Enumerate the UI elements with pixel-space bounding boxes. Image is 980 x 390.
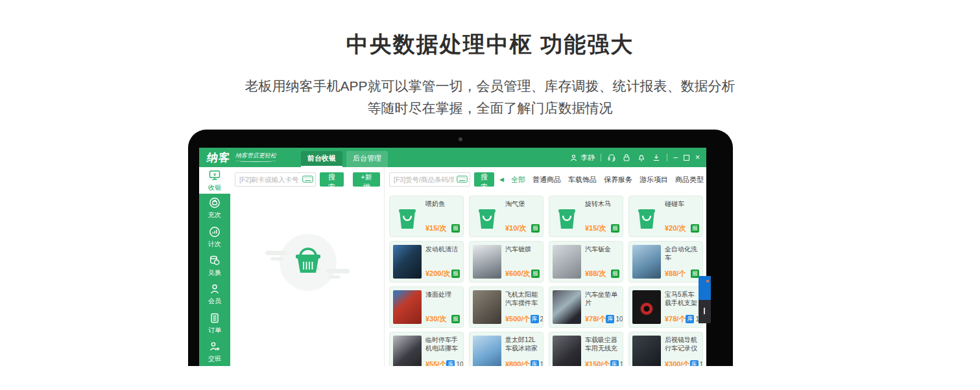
product-info: 临时停车手机电话挪车号码 ¥55/个 库 100 xyxy=(422,336,460,366)
product-badge: 服 xyxy=(531,224,540,233)
product-card[interactable]: 旋转木马 ¥15/次 服 xyxy=(549,196,623,237)
product-thumbnail xyxy=(473,200,501,233)
close-button[interactable]: × xyxy=(695,154,700,161)
product-card[interactable]: 车载吸尘器车用无线充电汽 ¥150/个 库 100 xyxy=(549,332,623,366)
widget-collapse-button[interactable] xyxy=(699,300,711,323)
product-price: ¥200/次 xyxy=(425,269,451,279)
product-card[interactable]: 汽车钣金 ¥88/次 服 xyxy=(549,241,623,282)
sidebar-nav: ¥ 收银 充次 计次 兑换 xyxy=(199,167,230,366)
product-badge: 库 xyxy=(531,315,539,323)
product-info: 意太郎12L车载冰箱家用 ¥800/个 库 100 xyxy=(501,336,540,366)
product-card[interactable]: 宝马5系车载手机支架 ¥78/个 库 100 xyxy=(628,286,703,328)
cloud-shape xyxy=(270,257,283,260)
product-card[interactable]: 飞机太阳能汽车摆件车载 ¥500/个 库 200 xyxy=(469,286,544,328)
category-product-type[interactable]: 商品类型 xyxy=(675,175,704,185)
cash-register-icon: ¥ xyxy=(208,169,221,182)
product-card[interactable]: 喂奶鱼 ¥15/次 服 xyxy=(389,196,464,237)
product-name: 喂奶鱼 xyxy=(425,200,460,208)
page-subtitle-line1: 老板用纳客手机APP就可以掌管一切，会员管理、库存调拨、统计报表、数据分析 xyxy=(0,75,980,97)
keyboard-icon[interactable] xyxy=(302,176,313,183)
shopping-bag-icon xyxy=(396,203,419,230)
maximize-button[interactable] xyxy=(684,155,689,161)
bell-icon[interactable] xyxy=(637,153,646,162)
empty-cart-illustration xyxy=(265,229,350,300)
product-panel: 搜索 ◀ 全部 普通商品 车载饰品 保养服务 游乐项目 商品类型 ▶ xyxy=(385,167,706,366)
keyboard-icon[interactable] xyxy=(457,176,468,183)
product-price: ¥20/次 xyxy=(665,224,686,233)
sidebar-item-orders[interactable]: 订单 xyxy=(199,308,230,337)
svg-text:¥: ¥ xyxy=(213,171,217,177)
category-amusement[interactable]: 游乐项目 xyxy=(639,175,668,185)
product-price: ¥88/个 xyxy=(665,269,686,279)
username: 李静 xyxy=(580,153,595,163)
product-price: ¥30/次 xyxy=(425,314,446,324)
cloud-shape xyxy=(329,275,341,279)
product-grid: 喂奶鱼 ¥15/次 服 xyxy=(385,191,706,366)
category-prev-icon[interactable]: ◀ xyxy=(499,176,504,183)
product-name: 汽车镀膜 xyxy=(505,245,540,253)
product-badge: 库 xyxy=(446,360,455,366)
hero-section: 中央数据处理中枢 功能强大 老板用纳客手机APP就可以掌管一切，会员管理、库存调… xyxy=(0,0,980,119)
download-icon[interactable] xyxy=(652,153,661,162)
product-info: 汽车坐垫单片 ¥78/个 库 100 xyxy=(581,290,619,324)
product-thumbnail xyxy=(553,290,581,324)
app-logo: 纳客 xyxy=(206,150,231,165)
sidebar-item-recharge[interactable]: 充次 xyxy=(199,194,230,222)
category-general-goods[interactable]: 普通商品 xyxy=(532,175,561,185)
minimize-button[interactable]: – xyxy=(673,154,678,161)
sidebar-item-counting[interactable]: 计次 xyxy=(199,223,230,251)
member-search-bar: 搜索 +新增 xyxy=(230,167,384,191)
product-card[interactable]: 后视镜导航行车记录仪带 ¥300/个 库 100 xyxy=(628,332,703,366)
category-all[interactable]: 全部 xyxy=(511,175,525,185)
headset-icon[interactable] xyxy=(607,153,616,162)
category-maintenance[interactable]: 保养服务 xyxy=(604,175,632,185)
product-name: 漆面处理 xyxy=(425,290,460,299)
sidebar-item-member[interactable]: 会员 xyxy=(199,280,230,308)
user-icon xyxy=(569,154,578,162)
page: 中央数据处理中枢 功能强大 老板用纳客手机APP就可以掌管一切，会员管理、库存调… xyxy=(0,0,980,390)
product-info: 车载吸尘器车用无线充电汽 ¥150/个 库 100 xyxy=(581,336,619,366)
tab-front-cashier[interactable]: 前台收银 xyxy=(301,151,342,167)
product-card[interactable]: 汽车坐垫单片 ¥78/个 库 100 xyxy=(549,286,623,328)
product-price: ¥500/个 xyxy=(505,314,531,324)
page-title: 中央数据处理中枢 功能强大 xyxy=(0,30,980,60)
product-card[interactable]: 意太郎12L车载冰箱家用 ¥800/个 库 100 xyxy=(469,332,544,366)
product-thumbnail xyxy=(553,200,581,233)
member-icon xyxy=(208,282,221,295)
product-thumbnail xyxy=(632,245,661,279)
member-search-button[interactable]: 搜索 xyxy=(320,172,344,187)
divider xyxy=(667,154,667,161)
product-price: ¥10/次 xyxy=(505,224,526,233)
sidebar-item-label: 兑换 xyxy=(208,268,221,277)
sidebar-item-label: 收银 xyxy=(208,183,221,192)
product-card[interactable]: 全自动化洗车 ¥88/个 服 xyxy=(628,241,703,282)
product-name: 汽车坐垫单片 xyxy=(585,290,619,307)
recharge-icon xyxy=(208,196,221,209)
sidebar-item-label: 计次 xyxy=(208,240,221,249)
sidebar-item-exchange[interactable]: 兑换 xyxy=(199,251,230,280)
add-member-button[interactable]: +新增 xyxy=(353,172,380,187)
sidebar-item-shift[interactable]: 交班 xyxy=(199,338,230,366)
product-badge: 服 xyxy=(691,224,699,233)
product-card[interactable]: 临时停车手机电话挪车号码 ¥55/个 库 100 xyxy=(389,332,464,366)
product-thumbnail xyxy=(553,245,581,279)
product-name: 飞机太阳能汽车摆件车载 xyxy=(505,290,540,308)
product-price: ¥300/个 xyxy=(665,360,690,366)
product-badge: 库 xyxy=(531,360,539,366)
product-thumbnail xyxy=(632,200,661,233)
user-menu[interactable]: 李静 xyxy=(569,153,595,163)
sidebar-item-cashier[interactable]: ¥ 收银 xyxy=(199,167,230,194)
lock-icon[interactable] xyxy=(622,153,631,162)
category-car-accessories[interactable]: 车载饰品 xyxy=(568,175,597,185)
product-card[interactable]: 发动机清洁 ¥200/次 服 xyxy=(389,241,464,282)
product-search-button[interactable]: 搜索 xyxy=(474,172,494,187)
product-info: 发动机清洁 ¥200/次 服 xyxy=(422,245,460,279)
product-card[interactable]: 漆面处理 ¥30/次 服 xyxy=(389,286,464,328)
product-card[interactable]: 淘气堡 ¥10/次 服 xyxy=(469,196,544,237)
product-price: ¥88/次 xyxy=(585,269,606,279)
product-card[interactable]: 碰碰车 ¥20/次 服 xyxy=(628,196,703,237)
product-card[interactable]: 汽车镀膜 ¥600/次 服 xyxy=(469,241,544,282)
tab-back-management[interactable]: 后台管理 xyxy=(346,151,388,167)
product-badge: 库 xyxy=(606,315,614,323)
contact-widget-button[interactable] xyxy=(699,276,711,300)
